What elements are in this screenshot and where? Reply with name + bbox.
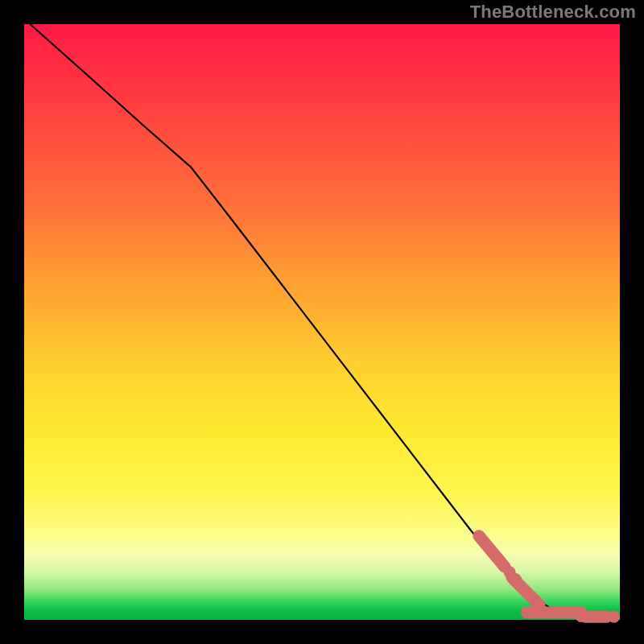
- data-markers: [470, 527, 620, 623]
- data-cluster: [580, 611, 613, 623]
- svg-rect-3: [580, 611, 613, 623]
- plot-area: [24, 24, 620, 620]
- chart-overlay: [24, 24, 620, 620]
- data-point: [608, 611, 620, 623]
- main-curve: [30, 24, 620, 617]
- chart-stage: TheBottleneck.com: [0, 0, 644, 644]
- watermark-text: TheBottleneck.com: [470, 2, 636, 23]
